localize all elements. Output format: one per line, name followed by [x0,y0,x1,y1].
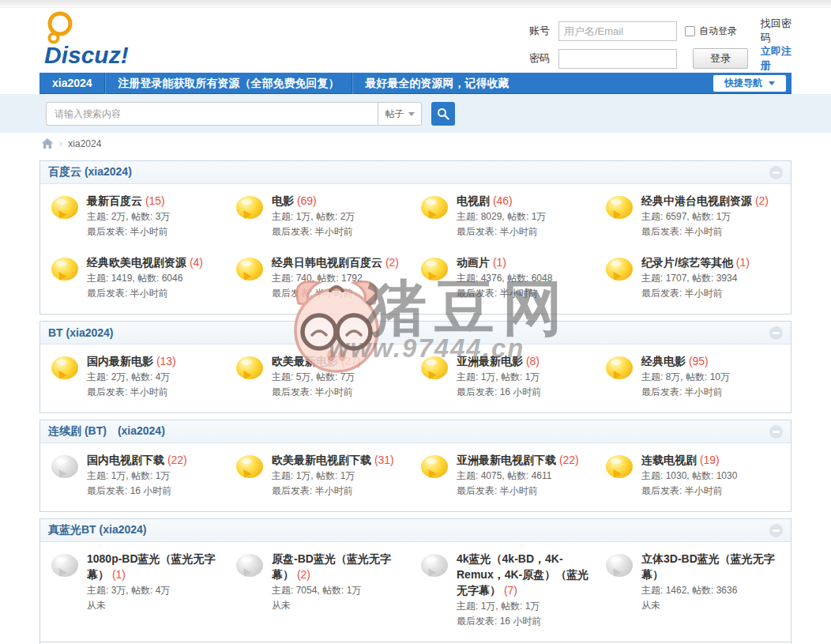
minus-icon [773,171,780,174]
forum-bubble-icon [236,455,263,478]
search-button[interactable] [431,102,455,126]
forum-last-post: 最后发表: 半小时前 [87,286,203,301]
forum-new-count: (2) [752,194,769,207]
section-header: 真蓝光BT (xia2024) [40,519,791,542]
forum-section: 连续剧 (BT) (xia2024) 国内电视剧下载 (22)主题: 1万, 帖… [39,420,792,512]
forum-card: 电视剧 (46)主题: 8029, 帖数: 1万最后发表: 半小时前 [416,192,601,241]
minus-icon [773,332,780,334]
forum-last-post: 最后发表: 半小时前 [272,286,399,301]
forum-link[interactable]: 国内电视剧下载 [87,454,164,466]
forum-link[interactable]: 亚洲最新电视剧下载 [457,454,556,466]
forum-link[interactable]: 亚洲最新电影 [457,355,523,367]
forum-link[interactable]: 欧美最新电影 [272,355,338,367]
section-header: 连续剧 (BT) (xia2024) [40,420,791,443]
password-input[interactable] [558,49,677,69]
search-scope-select[interactable]: 帖子 [378,102,422,126]
forum-last-post: 最后发表: 半小时前 [457,286,552,301]
quick-nav-button[interactable]: 快捷导航 [713,75,786,92]
forum-last-post: 最后发表: 半小时前 [87,385,176,400]
forum-info: 1080p-BD蓝光（蓝光无字幕） (1)主题: 3万, 帖数: 4万从未 [87,552,227,629]
account-input[interactable] [558,21,677,41]
forum-new-count: (19) [697,454,720,466]
collapse-button[interactable] [769,166,783,179]
forum-link[interactable]: 动画片 [457,256,490,269]
forum-info: 电视剧 (46)主题: 8029, 帖数: 1万最后发表: 半小时前 [457,194,546,239]
section-header: 百度云 (xia2024) [40,161,791,184]
forum-info: 原盘-BD蓝光（蓝光无字幕） (2)主题: 7054, 帖数: 1万从未 [272,552,412,629]
breadcrumb-current[interactable]: xia2024 [68,138,101,149]
forum-link[interactable]: 立体3D-BD蓝光（蓝光无字幕） [641,552,775,581]
collapse-button[interactable] [769,425,783,439]
forum-bubble-icon [51,258,78,281]
register-link[interactable]: 立即注册 [761,44,798,73]
section-title[interactable]: 百度云 (xia2024) [48,165,132,179]
nav-item-register-notice[interactable]: 注册登录能获取所有资源（全部免费免回复） [105,73,352,94]
forum-stats: 主题: 4376, 帖数: 6048 [457,271,552,286]
forum-stats: 主题: 740, 帖数: 1792 [272,271,399,286]
minus-icon [773,529,780,532]
collapse-button[interactable] [769,524,783,537]
nav-item-home[interactable]: xia2024 [39,73,105,94]
forum-last-post: 最后发表: 半小时前 [641,224,769,239]
forum-info: 最新百度云 (15)主题: 2万, 帖数: 3万最后发表: 半小时前 [87,194,170,239]
forum-bubble-icon [236,554,263,577]
nav-item-slogan[interactable]: 最好最全的资源网，记得收藏 [352,73,522,94]
forum-link[interactable]: 国内最新电影 [87,355,153,367]
forum-link[interactable]: 经典中港台电视剧资源 [641,194,752,207]
forum-link[interactable]: 最新百度云 [87,194,142,207]
login-button[interactable]: 登录 [693,48,748,69]
forum-bubble-icon [51,356,78,379]
forum-card: 亚洲最新电影 (8)主题: 1万, 帖数: 1万最后发表: 16 小时前 [416,352,601,401]
forum-card: 欧美最新电视剧下载 (31)主题: 1万, 帖数: 1万最后发表: 半小时前 [231,451,416,500]
find-password-link[interactable]: 找回密码 [761,17,798,45]
forum-stats: 主题: 1万, 帖数: 1万 [457,599,596,614]
forum-stats: 主题: 1707, 帖数: 3934 [641,271,750,286]
forum-bubble-icon [236,356,263,379]
forum-link[interactable]: 原盘-BD蓝光（蓝光无字幕） [272,552,391,581]
forum-link[interactable]: 欧美最新电视剧下载 [272,454,371,466]
forum-info: 动画片 (1)主题: 4376, 帖数: 6048最后发表: 半小时前 [457,255,552,301]
forum-section: BT (xia2024) 国内最新电影 (13)主题: 2万, 帖数: 4万最后… [39,321,792,413]
forum-link[interactable]: 4k蓝光（4k-BD，4K-Remux，4K-原盘）（蓝光无字幕） [457,552,588,597]
auto-login-checkbox[interactable] [685,26,695,36]
forum-link[interactable]: 电视剧 [457,194,490,207]
forum-bubble-icon [421,258,448,281]
forum-link[interactable]: 经典电影 [641,355,686,367]
section-title[interactable]: 连续剧 (BT) (xia2024) [48,424,165,439]
forum-link[interactable]: 1080p-BD蓝光（蓝光无字幕） [87,552,216,581]
forum-card: 1080p-BD蓝光（蓝光无字幕） (1)主题: 3万, 帖数: 4万从未 [47,550,231,631]
forum-last-post: 最后发表: 半小时前 [272,484,394,499]
forum-new-count: (7) [501,584,517,597]
forum-card: 动画片 (1)主题: 4376, 帖数: 6048最后发表: 半小时前 [416,254,601,303]
home-icon[interactable] [41,137,54,149]
forum-new-count: (27) [338,355,361,367]
forum-link[interactable]: 纪录片/综艺等其他 [641,256,733,269]
forum-grid: 1080p-BD蓝光（蓝光无字幕） (1)主题: 3万, 帖数: 4万从未原盘-… [40,542,791,644]
forum-new-count: (1) [733,256,750,269]
forum-link[interactable]: 经典日韩电视剧百度云 [272,256,382,269]
search-input[interactable] [46,102,378,126]
forum-last-post: 从未 [641,598,781,613]
forum-stats: 主题: 2万, 帖数: 3万 [87,209,170,224]
forum-link[interactable]: 经典欧美电视剧资源 [87,256,186,269]
forum-link[interactable]: 连载电视剧 [641,454,697,466]
forum-stats: 主题: 8万, 帖数: 10万 [641,370,730,385]
forum-link[interactable]: 电影 [272,194,294,207]
section-title[interactable]: BT (xia2024) [48,326,113,339]
discuz-logo[interactable]: Discuz! [38,9,156,70]
forum-info: 亚洲最新电视剧下载 (22)主题: 4075, 帖数: 4611最后发表: 半小… [457,453,579,499]
forum-card: 国内最新电影 (13)主题: 2万, 帖数: 4万最后发表: 半小时前 [47,352,231,401]
chevron-down-icon [408,112,415,116]
forum-grid: 国内电视剧下载 (22)主题: 1万, 帖数: 1万最后发表: 16 小时前欧美… [40,443,791,511]
collapse-button[interactable] [769,326,783,340]
forum-section: 真蓝光BT (xia2024) 1080p-BD蓝光（蓝光无字幕） (1)主题:… [39,518,792,644]
forum-stats: 主题: 7054, 帖数: 1万 [272,583,412,598]
forum-last-post: 从未 [87,598,227,613]
search-icon [437,107,449,120]
breadcrumb: › xia2024 [41,137,101,149]
forum-last-post: 最后发表: 半小时前 [87,224,170,239]
section-title[interactable]: 真蓝光BT (xia2024) [48,523,146,537]
forum-grid: 最新百度云 (15)主题: 2万, 帖数: 3万最后发表: 半小时前电影 (69… [40,184,791,314]
forum-card: 纪录片/综艺等其他 (1)主题: 1707, 帖数: 3934最后发表: 半小时… [601,254,786,303]
forum-card: 经典电影 (95)主题: 8万, 帖数: 10万最后发表: 半小时前 [601,352,786,401]
